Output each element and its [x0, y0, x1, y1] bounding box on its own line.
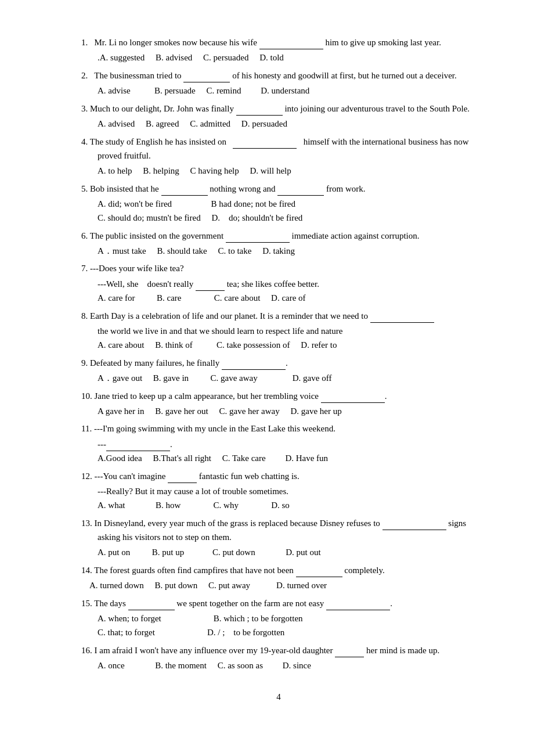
q14-blank	[296, 563, 342, 577]
q8-blank	[370, 308, 434, 323]
q3-num: 3.	[81, 104, 88, 113]
q7-num: 7.	[81, 264, 88, 273]
question-2: 2. The businessman tried to of his hones…	[81, 68, 476, 98]
q16-num: 16.	[81, 646, 92, 655]
question-7: 7. ---Does your wife like tea? ---Well, …	[81, 261, 476, 305]
q10-num: 10.	[81, 391, 92, 401]
question-1: 1. Mr. Li no longer smokes now because h…	[81, 35, 476, 64]
q6-num: 6.	[81, 231, 88, 240]
q11-blank	[106, 437, 170, 451]
question-16: 16. I am afraid I won't have any influen…	[81, 643, 476, 672]
question-4: 4. The study of English he has insisted …	[81, 134, 476, 178]
question-5: 5. Bob insisted that he nothing wrong an…	[81, 181, 476, 225]
question-14: 14. The forest guards often find campfir…	[81, 563, 476, 592]
q9-num: 9.	[81, 358, 88, 368]
q8-num: 8.	[81, 311, 88, 321]
q15-blank1	[128, 596, 175, 610]
q10-blank	[321, 388, 385, 403]
q13-blank	[383, 516, 446, 530]
q5-blank1	[161, 181, 208, 196]
q4-num: 4.	[81, 137, 88, 146]
q6-blank	[226, 228, 290, 243]
question-3: 3. Much to our delight, Dr. John was fin…	[81, 101, 476, 131]
q4-blank	[233, 134, 297, 149]
question-8: 8. Earth Day is a celebration of life an…	[81, 308, 476, 352]
q2-blank	[183, 68, 230, 82]
question-13: 13. In Disneyland, every year much of th…	[81, 516, 476, 559]
question-9: 9. Defeated by many failures, he finally…	[81, 355, 476, 385]
q14-num: 14.	[81, 566, 92, 575]
q9-blank	[222, 355, 286, 370]
q7-blank	[196, 276, 225, 291]
q15-blank2	[326, 596, 390, 610]
q12-blank	[168, 469, 197, 483]
q1-num: 1.	[81, 38, 88, 47]
question-11: 11. ---I'm going swimming with my uncle …	[81, 422, 476, 465]
exam-content: 1. Mr. Li no longer smokes now because h…	[81, 35, 476, 672]
q2-num: 2.	[81, 71, 88, 80]
q5-num: 5.	[81, 184, 88, 193]
q12-num: 12.	[81, 471, 92, 481]
q16-blank	[335, 643, 364, 657]
q1-blank	[259, 35, 323, 49]
q13-num: 13.	[81, 519, 92, 528]
question-15: 15. The days we spent together on the fa…	[81, 596, 476, 639]
question-6: 6. The public insisted on the government…	[81, 228, 476, 258]
question-10: 10. Jane tried to keep up a calm appeara…	[81, 388, 476, 418]
q3-blank	[236, 101, 283, 116]
question-12: 12. ---You can't imagine fantastic fun w…	[81, 469, 476, 512]
page-number: 4	[81, 690, 476, 704]
q5-blank2	[277, 181, 324, 196]
q11-num: 11.	[81, 424, 92, 433]
q15-num: 15.	[81, 599, 92, 608]
